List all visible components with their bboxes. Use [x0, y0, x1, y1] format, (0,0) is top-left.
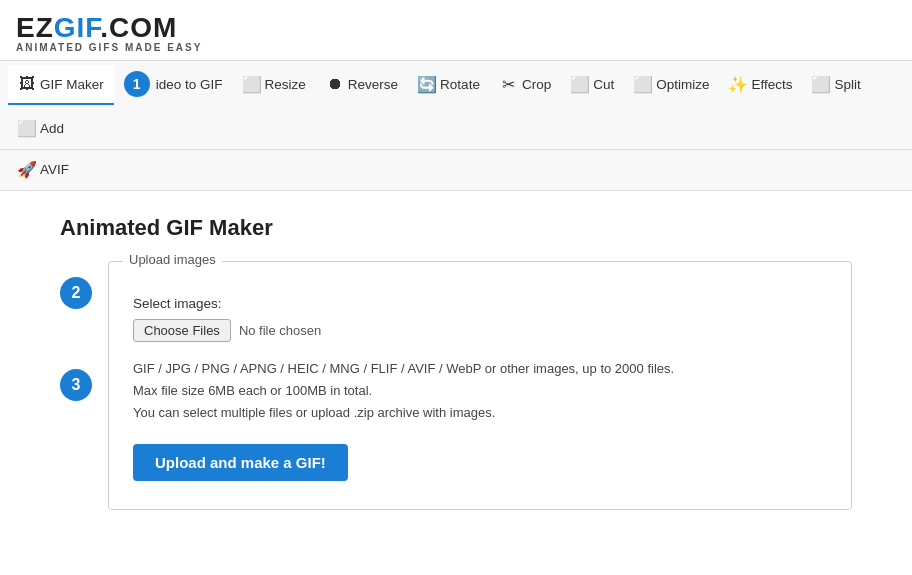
step-column: 2 3: [60, 261, 92, 510]
rotate-icon: 🔄: [418, 75, 436, 93]
upload-legend: Upload images: [123, 252, 222, 267]
nav-label-rotate: Rotate: [440, 77, 480, 92]
nav-label-avif: AVIF: [40, 162, 69, 177]
content-column: Upload images Select images: Choose File…: [108, 261, 852, 510]
nav-item-optimize[interactable]: ⬜ Optimize: [624, 65, 719, 105]
header: EZGIF.COM ANIMATED GIFS MADE EASY: [0, 0, 912, 60]
file-info-line2: Max file size 6MB each or 100MB in total…: [133, 380, 827, 402]
steps-wrapper: 2 3 Upload images Select images: Choose …: [60, 261, 852, 510]
nav-bar-2: 🚀 AVIF: [0, 150, 912, 191]
cut-icon: ⬜: [571, 75, 589, 93]
file-input-row: Choose Files No file chosen: [133, 319, 827, 342]
nav-label-reverse: Reverse: [348, 77, 398, 92]
nav-item-effects[interactable]: ✨ Effects: [719, 65, 802, 105]
resize-icon: ⬜: [243, 75, 261, 93]
crop-icon: ✂: [500, 75, 518, 93]
logo-text: EZGIF.COM: [16, 12, 202, 44]
nav-label-split: Split: [834, 77, 860, 92]
file-info-line3: You can select multiple files or upload …: [133, 402, 827, 424]
add-icon: ⬜: [18, 119, 36, 137]
nav-item-resize[interactable]: ⬜ Resize: [233, 65, 316, 105]
nav-item-crop[interactable]: ✂ Crop: [490, 65, 561, 105]
nav-item-rotate[interactable]: 🔄 Rotate: [408, 65, 490, 105]
choose-files-button[interactable]: Choose Files: [133, 319, 231, 342]
step-badge-1: 1: [124, 71, 150, 97]
nav-label-effects: Effects: [751, 77, 792, 92]
gif-maker-icon: 🖼: [18, 75, 36, 93]
avif-icon: 🚀: [18, 160, 36, 178]
step-3-badge: 3: [60, 369, 92, 401]
step-1-badge: 2: [60, 277, 92, 309]
nav-label-resize: Resize: [265, 77, 306, 92]
reverse-icon: ⏺: [326, 75, 344, 93]
nav-label-video-to-gif: ideo to GIF: [156, 77, 223, 92]
nav-label-gif-maker: GIF Maker: [40, 77, 104, 92]
nav-item-split[interactable]: ⬜ Split: [802, 65, 870, 105]
logo-tagline: ANIMATED GIFS MADE EASY: [16, 42, 202, 53]
select-label: Select images:: [133, 296, 827, 311]
nav-label-cut: Cut: [593, 77, 614, 92]
effects-icon: ✨: [729, 75, 747, 93]
upload-card: Upload images Select images: Choose File…: [108, 261, 852, 510]
nav-item-video-to-gif[interactable]: 1 ideo to GIF: [114, 61, 233, 109]
split-icon: ⬜: [812, 75, 830, 93]
nav-label-add: Add: [40, 121, 64, 136]
page-title: Animated GIF Maker: [60, 215, 852, 241]
nav-item-avif[interactable]: 🚀 AVIF: [8, 150, 79, 190]
nav-label-optimize: Optimize: [656, 77, 709, 92]
optimize-icon: ⬜: [634, 75, 652, 93]
no-file-label: No file chosen: [239, 323, 321, 338]
main-content: Animated GIF Maker 2 3 Upload images Sel…: [0, 191, 912, 534]
nav-item-cut[interactable]: ⬜ Cut: [561, 65, 624, 105]
nav-item-reverse[interactable]: ⏺ Reverse: [316, 65, 408, 105]
main-nav: 🖼 GIF Maker 1 ideo to GIF ⬜ Resize ⏺ Rev…: [0, 60, 912, 150]
upload-button[interactable]: Upload and make a GIF!: [133, 444, 348, 481]
file-info-line1: GIF / JPG / PNG / APNG / HEIC / MNG / FL…: [133, 358, 827, 380]
logo[interactable]: EZGIF.COM ANIMATED GIFS MADE EASY: [16, 12, 202, 53]
nav-item-add[interactable]: ⬜ Add: [8, 109, 74, 149]
file-info: GIF / JPG / PNG / APNG / HEIC / MNG / FL…: [133, 358, 827, 424]
nav-item-gif-maker[interactable]: 🖼 GIF Maker: [8, 65, 114, 105]
nav-label-crop: Crop: [522, 77, 551, 92]
